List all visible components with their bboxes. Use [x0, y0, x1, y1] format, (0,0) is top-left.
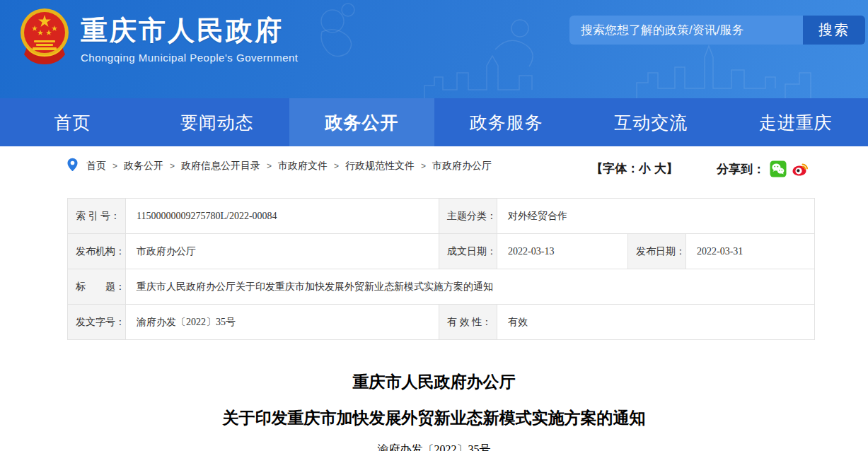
site-logo[interactable]: 重庆市人民政府 Chongqing Municipal People's Gov… — [18, 6, 299, 66]
doc-no-label: 发文字号： — [68, 305, 126, 340]
validity-value: 有效 — [497, 305, 815, 340]
topic-label: 主题分类： — [439, 199, 497, 234]
nav-item-gov-services[interactable]: 政务服务 — [434, 98, 579, 146]
document-body: 重庆市人民政府办公厅 关于印发重庆市加快发展外贸新业态新模式实施方案的通知 渝府… — [0, 371, 868, 451]
validity-label: 有 效 性： — [439, 305, 497, 340]
written-date-label: 成文日期： — [439, 234, 497, 269]
share-label: 分享到： — [717, 161, 765, 177]
national-emblem-icon — [18, 6, 71, 66]
search-input[interactable] — [569, 16, 803, 45]
breadcrumb-separator: > — [112, 161, 117, 171]
nav-item-home[interactable]: 首页 — [0, 98, 145, 146]
breadcrumb-separator: > — [334, 161, 339, 171]
site-title: 重庆市人民政府 — [81, 16, 299, 46]
publish-date-value: 2022-03-31 — [685, 234, 814, 269]
document-title-line1: 重庆市人民政府办公厅 — [0, 371, 868, 393]
location-pin-icon — [67, 158, 78, 172]
breadcrumb: 首页>政务公开>政府信息公开目录>市政府文件>行政规范性文件>市政府办公厅 — [67, 156, 526, 176]
topic-value: 对外经贸合作 — [497, 199, 815, 234]
table-row: 索 引 号： 11500000009275780L/2022-00084 主题分… — [68, 199, 815, 234]
font-size-control: 【字体：小 大】 — [591, 160, 678, 177]
document-title-line2: 关于印发重庆市加快发展外贸新业态新模式实施方案的通知 — [0, 407, 868, 429]
agency-value: 市政府办公厅 — [126, 234, 439, 269]
main-nav: 首页 要闻动态 政务公开 政务服务 互动交流 走进重庆 — [0, 98, 868, 146]
breadcrumb-row: 首页>政务公开>政府信息公开目录>市政府文件>行政规范性文件>市政府办公厅 【字… — [0, 146, 868, 197]
weibo-share-icon[interactable] — [792, 160, 809, 177]
wechat-share-icon[interactable] — [770, 160, 787, 177]
document-meta-table: 索 引 号： 11500000009275780L/2022-00084 主题分… — [67, 198, 815, 340]
search-button[interactable]: 搜索 — [803, 16, 865, 45]
nav-item-about-chongqing[interactable]: 走进重庆 — [724, 98, 868, 146]
breadcrumb-separator: > — [170, 161, 175, 171]
breadcrumb-item-city-docs[interactable]: 市政府文件 — [278, 160, 328, 171]
nav-item-news[interactable]: 要闻动态 — [145, 98, 290, 146]
table-row: 发布机构： 市政府办公厅 成文日期： 2022-03-13 发布日期： 2022… — [68, 234, 815, 269]
font-small-button[interactable]: 小 — [639, 162, 651, 175]
font-label-close: 】 — [666, 162, 678, 175]
nav-item-gov-disclosure[interactable]: 政务公开 — [289, 98, 434, 146]
doc-no-value: 渝府办发〔2022〕35号 — [126, 305, 439, 340]
title-label: 标 题： — [68, 269, 126, 305]
search-box: 搜索 — [569, 16, 865, 45]
table-row: 标 题： 重庆市人民政府办公厅关于印发重庆市加快发展外贸新业态新模式实施方案的通… — [68, 269, 815, 305]
breadcrumb-item-gov-office[interactable]: 市政府办公厅 — [432, 160, 492, 171]
breadcrumb-item-home[interactable]: 首页 — [86, 160, 106, 171]
site-header: 重庆市人民政府 Chongqing Municipal People's Gov… — [0, 0, 868, 98]
breadcrumb-separator: > — [267, 161, 272, 171]
agency-label: 发布机构： — [68, 234, 126, 269]
table-row: 发文字号： 渝府办发〔2022〕35号 有 效 性： 有效 — [68, 305, 815, 340]
breadcrumb-item-normative-docs[interactable]: 行政规范性文件 — [345, 160, 415, 171]
breadcrumb-item-info-catalog[interactable]: 政府信息公开目录 — [181, 160, 260, 171]
title-value: 重庆市人民政府办公厅关于印发重庆市加快发展外贸新业态新模式实施方案的通知 — [126, 269, 815, 305]
site-subtitle: Chongqing Municipal People's Government — [81, 52, 299, 64]
nav-item-interaction[interactable]: 互动交流 — [579, 98, 724, 146]
written-date-value: 2022-03-13 — [497, 234, 628, 269]
font-label-open: 【字体： — [591, 162, 639, 175]
breadcrumb-separator: > — [421, 161, 426, 171]
share-bar: 分享到： — [717, 160, 809, 177]
font-large-button[interactable]: 大 — [654, 162, 666, 175]
breadcrumb-item-gov-disclosure[interactable]: 政务公开 — [124, 160, 163, 171]
document-number: 渝府办发〔2022〕35号 — [0, 443, 868, 451]
index-value: 11500000009275780L/2022-00084 — [126, 199, 439, 234]
index-label: 索 引 号： — [68, 199, 126, 234]
publish-date-label: 发布日期： — [627, 234, 685, 269]
